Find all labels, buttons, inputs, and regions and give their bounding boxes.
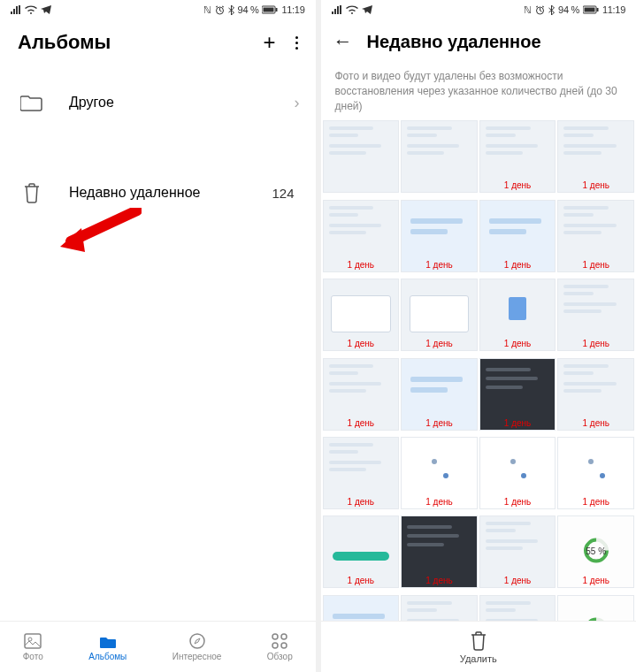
thumbnail[interactable]: 1 день: [323, 437, 400, 509]
thumbnail[interactable]: 1 день: [479, 279, 556, 351]
telegram-icon: [41, 5, 51, 14]
status-right: ℕ 94 % 11:19: [524, 4, 625, 16]
battery-icon: [262, 5, 278, 14]
folder-icon: [19, 90, 44, 115]
days-remaining: 1 день: [425, 260, 452, 270]
days-remaining: 1 день: [348, 260, 374, 270]
thumbnail[interactable]: 1 день: [323, 279, 400, 351]
days-remaining: 1 день: [348, 497, 374, 507]
page-title: Альбомы: [18, 31, 111, 54]
delete-action[interactable]: Удалить: [460, 630, 497, 664]
nav-browse[interactable]: Обзор: [267, 632, 293, 661]
svg-point-5: [28, 638, 32, 641]
svg-rect-14: [596, 8, 598, 11]
thumbnail[interactable]: 1 день: [557, 279, 634, 351]
thumbnail[interactable]: 1 день: [557, 437, 634, 509]
days-remaining: 1 день: [348, 339, 374, 348]
albums-list: Другое › Недавно удаленное 124: [0, 60, 316, 221]
add-button[interactable]: +: [263, 30, 275, 55]
phone-albums: ℕ 94 % 11:19 Альбомы + Другое ›: [0, 0, 316, 672]
nav-albums[interactable]: Альбомы: [88, 632, 126, 661]
svg-rect-2: [264, 8, 274, 12]
thumbnail[interactable]: 1 день: [479, 437, 556, 509]
thumbnail[interactable]: 1 день: [323, 200, 400, 272]
nav-discover[interactable]: Интересное: [172, 632, 222, 661]
signal-icon: [11, 5, 21, 14]
svg-point-6: [190, 634, 204, 648]
thumbnail[interactable]: 1 день: [401, 358, 478, 431]
nav-label: Интересное: [172, 652, 222, 661]
action-label: Удалить: [460, 653, 497, 664]
album-count: 124: [272, 186, 294, 201]
svg-point-7: [272, 634, 278, 639]
thumbnail[interactable]: 1 день: [479, 200, 556, 272]
nav-label: Альбомы: [88, 652, 126, 661]
days-remaining: 1 день: [348, 418, 374, 428]
days-remaining: 1 день: [425, 418, 452, 428]
thumbnail[interactable]: 1 день: [557, 120, 634, 193]
bluetooth-icon: [228, 5, 234, 15]
svg-rect-4: [25, 634, 41, 648]
battery-icon: [583, 5, 599, 14]
more-menu-button[interactable]: [295, 36, 298, 50]
days-remaining: 1 день: [504, 260, 531, 270]
album-label: Недавно удаленное: [69, 185, 247, 201]
nav-photos[interactable]: Фото: [23, 632, 43, 661]
thumbnails-grid: 1 день1 день1 день1 день1 день1 день1 де…: [321, 120, 637, 672]
thumbnail[interactable]: 1 день: [479, 515, 556, 588]
trash-icon: [19, 180, 44, 205]
bluetooth-icon: [548, 5, 555, 15]
alarm-icon: [535, 5, 545, 15]
days-remaining: 1 день: [582, 180, 609, 190]
days-remaining: 1 день: [504, 339, 531, 348]
svg-point-9: [272, 643, 278, 648]
compass-icon: [188, 632, 206, 650]
page-title: Недавно удаленное: [367, 32, 541, 52]
deleted-header: ← Недавно удаленное: [321, 19, 637, 58]
svg-rect-13: [584, 8, 594, 12]
days-remaining: 1 день: [582, 339, 609, 348]
nav-label: Обзор: [267, 652, 293, 661]
back-button[interactable]: ←: [333, 30, 353, 53]
thumbnail[interactable]: 1 день: [557, 200, 634, 272]
thumbnail[interactable]: 1 день: [323, 515, 400, 588]
nfc-icon: ℕ: [203, 4, 211, 16]
status-time: 11:19: [281, 4, 304, 15]
thumbnail[interactable]: 1 день: [557, 358, 634, 431]
album-label: Другое: [69, 95, 270, 111]
days-remaining: 1 день: [504, 180, 531, 190]
days-remaining: 1 день: [582, 260, 609, 270]
albums-header: Альбомы +: [0, 19, 316, 60]
status-bar: ℕ 94 % 11:19: [0, 0, 316, 19]
chevron-right-icon: ›: [295, 94, 300, 112]
days-remaining: 1 день: [504, 576, 531, 585]
status-time: 11:19: [602, 4, 625, 15]
telegram-icon: [362, 5, 372, 14]
album-item-other[interactable]: Другое ›: [0, 74, 316, 131]
thumbnail[interactable]: 1 день: [401, 515, 478, 588]
status-bar: ℕ 94 % 11:19: [321, 0, 637, 19]
days-remaining: 1 день: [582, 576, 609, 585]
nav-label: Фото: [23, 652, 43, 661]
photo-icon: [24, 632, 42, 650]
status-left: [11, 5, 51, 14]
albums-icon: [99, 632, 117, 650]
thumbnail[interactable]: 1 день: [401, 200, 478, 272]
trash-icon: [469, 630, 488, 652]
thumbnail[interactable]: 1 день: [479, 358, 556, 431]
days-remaining: 1 день: [582, 497, 609, 507]
thumbnail[interactable]: 55 %1 день: [557, 515, 634, 588]
thumbnail[interactable]: [401, 120, 478, 193]
thumbnail[interactable]: [323, 120, 400, 193]
album-item-recently-deleted[interactable]: Недавно удаленное 124: [0, 164, 316, 221]
deletion-notice: Фото и видео будут удалены без возможнос…: [321, 58, 637, 120]
days-remaining: 1 день: [425, 497, 452, 507]
alarm-icon: [215, 5, 225, 15]
thumbnail[interactable]: 1 день: [323, 358, 400, 431]
thumbnail[interactable]: 1 день: [479, 120, 556, 193]
status-right: ℕ 94 % 11:19: [203, 4, 305, 16]
thumbnail[interactable]: 1 день: [401, 279, 478, 351]
thumbnail[interactable]: 1 день: [401, 437, 478, 509]
days-remaining: 1 день: [425, 576, 452, 585]
wifi-icon: [346, 5, 358, 14]
